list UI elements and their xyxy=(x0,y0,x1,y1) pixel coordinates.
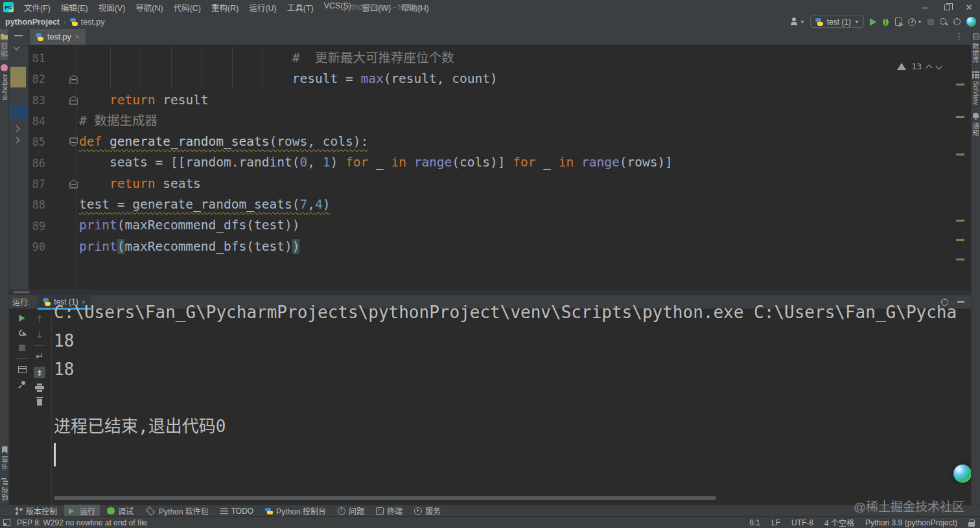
breadcrumb-file[interactable]: test.py xyxy=(81,17,105,27)
line-number[interactable]: 82 xyxy=(29,73,45,86)
fold-region-icon[interactable] xyxy=(69,75,78,84)
restore-button[interactable] xyxy=(936,0,958,14)
toolwindow-button-调试[interactable]: 调试 xyxy=(102,505,138,517)
profile-button[interactable] xyxy=(789,17,804,26)
debug-button[interactable] xyxy=(882,17,889,26)
down-stack-trace-icon[interactable]: ↓ xyxy=(36,330,44,340)
search-everywhere-button[interactable] xyxy=(940,18,948,26)
close-tab-icon[interactable]: × xyxy=(75,32,80,41)
menubar-item[interactable]: 文件(F) xyxy=(19,0,56,16)
line-number[interactable]: 90 xyxy=(29,240,45,253)
caret-position[interactable]: 6:1 xyxy=(749,518,760,527)
line-number[interactable]: 83 xyxy=(29,94,45,107)
menubar-item[interactable]: 导航(N) xyxy=(130,0,168,16)
code-text[interactable]: result = max(result, count) xyxy=(79,69,498,89)
toolwindow-button-Python 软件包[interactable]: Python 软件包 xyxy=(141,505,213,517)
soft-wrap-icon[interactable]: ↵ xyxy=(36,351,44,362)
tab-test-py[interactable]: test.py × xyxy=(30,29,86,45)
assistant-sphere-icon[interactable] xyxy=(953,465,972,483)
code-text[interactable]: return seats xyxy=(79,174,201,194)
restore-layout-icon[interactable] xyxy=(18,366,27,373)
editor-body[interactable]: 81 # 更新最大可推荐座位个数82 result = max(result, … xyxy=(29,45,971,290)
status-message[interactable]: PEP 8: W292 no newline at end of file xyxy=(17,518,147,527)
stripe-item-数据库[interactable]: 数据库 xyxy=(972,29,980,67)
stop-button[interactable] xyxy=(928,19,934,25)
hide-pane-icon[interactable] xyxy=(14,35,23,36)
line-number[interactable]: 86 xyxy=(29,157,45,170)
lock-icon[interactable] xyxy=(968,519,975,527)
line-number[interactable]: 85 xyxy=(29,135,45,148)
line-separator[interactable]: LF xyxy=(771,518,780,527)
menubar-item[interactable]: 工具(T) xyxy=(282,0,319,16)
assistant-ball-icon[interactable] xyxy=(966,17,976,27)
clear-console-icon[interactable] xyxy=(36,397,43,406)
code-text[interactable]: print(maxRecommend_dfs(test)) xyxy=(79,215,299,236)
line-number[interactable]: 88 xyxy=(29,198,45,211)
up-stack-trace-icon[interactable]: ↑ xyxy=(36,314,44,325)
next-problem-icon[interactable] xyxy=(936,63,942,70)
inspection-mark[interactable] xyxy=(956,154,964,155)
menubar-item[interactable]: 视图(V) xyxy=(93,0,131,16)
toolwindow-button-问题[interactable]: 问题 xyxy=(333,505,369,517)
code-text[interactable]: test = generate_random_seats(7,4) xyxy=(79,194,330,215)
menubar-item[interactable]: 运行(U) xyxy=(244,0,281,16)
chevron-right-icon[interactable] xyxy=(14,137,20,144)
stripe-item-项目[interactable]: 项目 xyxy=(0,29,8,60)
code-text[interactable]: # 数据生成器 xyxy=(79,111,158,132)
scroll-to-end-icon[interactable]: ⇟ xyxy=(34,367,45,378)
coverage-button[interactable] xyxy=(895,17,902,26)
file-encoding[interactable]: UTF-8 xyxy=(791,518,813,527)
code-text[interactable]: print(maxRecommend_bfs(test)) xyxy=(79,236,299,257)
run-config-selector[interactable]: test (1) xyxy=(810,16,864,28)
inspection-widget[interactable]: 13 xyxy=(897,62,941,71)
toolwindow-button-版本控制[interactable]: 版本控制 xyxy=(10,505,62,517)
fold-region-icon[interactable] xyxy=(69,137,78,146)
menubar-item[interactable]: 重构(R) xyxy=(206,0,244,16)
chevron-down-icon[interactable] xyxy=(14,44,20,51)
code-text[interactable]: # 更新最大可推荐座位个数 xyxy=(79,48,454,69)
close-button[interactable]: ✕ xyxy=(958,0,980,14)
settings-button[interactable] xyxy=(953,18,961,25)
console-horizontal-scrollbar[interactable] xyxy=(54,496,716,500)
inspection-mark[interactable] xyxy=(956,116,964,118)
indent-setting[interactable]: 4 个空格 xyxy=(824,517,854,528)
inspection-mark[interactable] xyxy=(956,220,964,222)
toolwindow-button-终端[interactable]: 终端 xyxy=(371,505,407,517)
pin-tab-icon[interactable] xyxy=(18,380,27,389)
tab-options-icon[interactable]: ⋮ xyxy=(955,31,963,41)
toolwindow-button-TODO[interactable]: TODO xyxy=(216,506,258,516)
toolwindow-button-运行[interactable]: 运行 xyxy=(64,505,100,517)
console-output[interactable]: C:\Users\Fan_G\PycharmProjects\pythonPro… xyxy=(54,298,958,466)
stripe-item-SciView[interactable]: SciView xyxy=(972,67,980,109)
line-number[interactable]: 87 xyxy=(29,178,45,190)
editor-run-splitter[interactable] xyxy=(9,290,971,295)
toolwindow-button-服务[interactable]: 服务 xyxy=(410,505,445,517)
profiler-button[interactable] xyxy=(908,18,922,26)
inspection-mark[interactable] xyxy=(956,258,964,260)
code-text[interactable]: seats = [[random.randint(0, 1) for _ in … xyxy=(79,152,673,173)
line-number[interactable]: 84 xyxy=(29,115,45,128)
minimize-button[interactable]: ─ xyxy=(914,0,936,14)
run-options-icon[interactable] xyxy=(18,329,27,338)
selected-tree-row[interactable] xyxy=(9,106,29,119)
project-pane-collapsed[interactable] xyxy=(9,29,29,290)
menubar-item[interactable]: 代码(C) xyxy=(169,0,206,16)
stripe-item-结构[interactable]: 结构 xyxy=(0,474,9,505)
line-number[interactable]: 81 xyxy=(29,52,45,65)
toolwindow-button-Python 控制台[interactable]: Python 控制台 xyxy=(261,505,331,517)
breadcrumb-project[interactable]: pythonProject xyxy=(5,17,60,27)
stripe-item-书签[interactable]: 书签 xyxy=(0,442,9,474)
code-text[interactable]: return result xyxy=(79,90,209,111)
interpreter[interactable]: Python 3.9 (pythonProject) xyxy=(865,518,957,527)
inspection-mark[interactable] xyxy=(956,84,964,86)
fold-region-icon[interactable] xyxy=(69,96,78,105)
fold-region-icon[interactable] xyxy=(69,179,78,189)
chevron-right-icon[interactable] xyxy=(14,126,20,132)
hide-run-panel-icon[interactable] xyxy=(957,301,964,303)
code-text[interactable]: def generate_random_seats(rows, cols): xyxy=(79,132,368,152)
menubar-item[interactable]: 编辑(E) xyxy=(56,0,93,16)
prev-problem-icon[interactable] xyxy=(926,65,933,71)
run-button[interactable] xyxy=(870,18,876,26)
tool-window-toggle-icon[interactable] xyxy=(3,519,10,526)
stripe-item-通知[interactable]: 通知 xyxy=(972,109,980,140)
